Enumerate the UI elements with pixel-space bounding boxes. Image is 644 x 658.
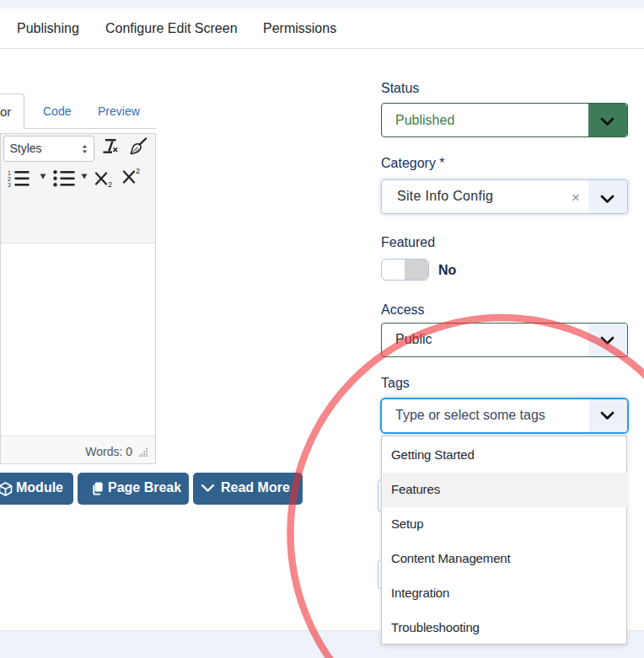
svg-text:1: 1 — [8, 170, 11, 176]
svg-text:2: 2 — [8, 176, 11, 182]
svg-text:2: 2 — [136, 167, 140, 175]
svg-text:3: 3 — [8, 182, 11, 188]
svg-text:2: 2 — [108, 180, 112, 188]
